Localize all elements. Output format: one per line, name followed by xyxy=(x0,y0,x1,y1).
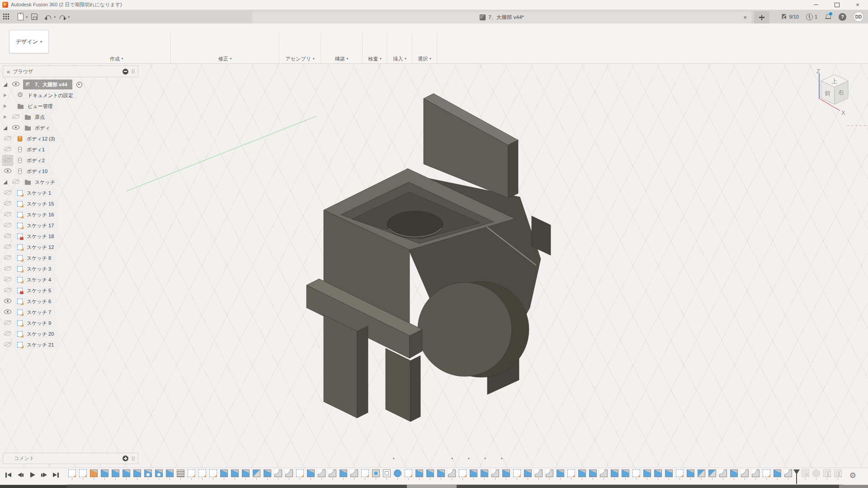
timeline-suppressed-feature[interactable] xyxy=(832,469,843,480)
timeline-feature[interactable] xyxy=(186,469,197,480)
ribbon-group-label[interactable]: 検査▾ xyxy=(368,55,382,63)
timeline-feature[interactable] xyxy=(392,469,403,480)
ribbon-tab[interactable] xyxy=(129,24,130,27)
timeline-settings-gear-icon[interactable]: ⚙ xyxy=(849,472,856,479)
timeline-playhead[interactable] xyxy=(793,469,800,484)
timeline-feature[interactable] xyxy=(587,469,598,480)
job-status[interactable]: 9/10 xyxy=(781,14,798,20)
panel-grip[interactable] xyxy=(132,456,134,461)
timeline-feature[interactable] xyxy=(783,469,793,480)
timeline-feature[interactable] xyxy=(566,469,576,480)
browser-item[interactable]: ビュー管理 xyxy=(3,101,138,112)
browser-item[interactable]: 原点 xyxy=(3,112,138,122)
timeline-feature[interactable] xyxy=(533,469,544,480)
visibility-toggle[interactable] xyxy=(12,114,19,119)
minimize-button[interactable] xyxy=(806,0,826,10)
timeline-feature[interactable] xyxy=(522,469,533,480)
timeline-feature[interactable] xyxy=(142,469,153,480)
timeline-feature[interactable] xyxy=(414,469,425,480)
expand-toggle[interactable] xyxy=(3,126,8,131)
help-button[interactable]: ? xyxy=(839,13,846,21)
visibility-toggle[interactable] xyxy=(4,168,11,174)
timeline-feature[interactable] xyxy=(240,469,251,480)
browser-item[interactable]: スケッチ xyxy=(3,177,138,188)
ribbon-group-label[interactable]: 挿入▾ xyxy=(393,55,406,63)
timeline-feature[interactable] xyxy=(739,469,750,480)
maximize-button[interactable] xyxy=(826,0,847,10)
timeline-feature[interactable] xyxy=(674,469,685,480)
timeline-feature[interactable] xyxy=(132,469,142,480)
visibility-toggle[interactable] xyxy=(4,277,11,282)
timeline-feature[interactable] xyxy=(218,469,229,480)
play-button[interactable] xyxy=(29,472,36,479)
notification-center[interactable]: 1 xyxy=(806,14,817,20)
timeline-feature[interactable] xyxy=(435,469,446,480)
timeline-feature[interactable] xyxy=(500,469,511,480)
timeline-feature[interactable] xyxy=(761,469,772,480)
ribbon-tab[interactable] xyxy=(114,24,115,27)
activate-component-radio[interactable] xyxy=(76,82,82,88)
visibility-toggle[interactable] xyxy=(4,211,11,217)
timeline-feature[interactable] xyxy=(229,469,240,480)
visibility-toggle[interactable] xyxy=(4,266,11,271)
browser-item[interactable]: スケッチ 17 xyxy=(3,220,138,231)
timeline-feature[interactable] xyxy=(457,469,468,480)
timeline-feature[interactable] xyxy=(273,469,283,480)
timeline-feature[interactable] xyxy=(164,469,175,480)
timeline-feature[interactable] xyxy=(555,469,566,480)
view-cube[interactable]: 上 前 右 Z X xyxy=(813,69,858,123)
browser-item[interactable]: スケッチ 4 xyxy=(3,274,138,285)
timeline-feature[interactable] xyxy=(576,469,587,480)
go-to-start-button[interactable] xyxy=(5,472,12,479)
browser-item[interactable]: スケッチ 8 xyxy=(3,253,138,263)
timeline-feature[interactable] xyxy=(251,469,262,480)
expand-toggle[interactable] xyxy=(3,115,8,120)
visibility-toggle[interactable] xyxy=(4,190,11,195)
browser-item[interactable]: スケッチ 18 xyxy=(3,231,138,242)
visibility-toggle[interactable] xyxy=(4,233,11,239)
data-panel-icon[interactable] xyxy=(3,13,10,20)
timeline-feature[interactable] xyxy=(175,469,186,480)
add-comment-icon[interactable] xyxy=(123,455,128,461)
browser-item[interactable]: スケッチ 21 xyxy=(3,339,138,350)
timeline-feature[interactable] xyxy=(717,469,728,480)
ribbon-group-label[interactable]: 選択▾ xyxy=(418,55,431,63)
browser-item[interactable]: ボディ xyxy=(3,122,138,133)
viewport-canvas[interactable]: 上 前 右 Z X « ブラウザ 7、大腿部 v44 xyxy=(0,64,868,468)
browser-item[interactable]: ドキュメントの設定 xyxy=(3,90,138,101)
timeline-feature[interactable] xyxy=(370,469,381,480)
timeline-feature[interactable] xyxy=(631,469,642,480)
timeline-feature[interactable] xyxy=(305,469,316,480)
collapse-panel-icon[interactable]: « xyxy=(7,68,9,75)
tab-close-icon[interactable]: × xyxy=(743,14,747,21)
ribbon-tab[interactable] xyxy=(99,24,99,27)
browser-item[interactable]: 7、大腿部 v44 xyxy=(3,79,138,90)
visibility-toggle[interactable] xyxy=(4,222,11,228)
step-forward-button[interactable] xyxy=(41,472,47,479)
timeline-feature[interactable] xyxy=(110,469,121,480)
visibility-toggle[interactable] xyxy=(4,146,11,152)
timeline-feature[interactable] xyxy=(283,469,294,480)
browser-item[interactable]: ボディ12 (3) xyxy=(3,133,138,144)
ribbon-tab[interactable] xyxy=(83,24,84,27)
timeline-suppressed-feature[interactable] xyxy=(811,469,821,480)
timeline-feature[interactable] xyxy=(750,469,761,480)
timeline-feature[interactable] xyxy=(598,469,609,480)
visibility-toggle[interactable] xyxy=(4,298,11,304)
timeline-feature[interactable] xyxy=(338,469,349,480)
visibility-toggle[interactable] xyxy=(4,342,11,347)
browser-item[interactable]: スケッチ 16 xyxy=(3,209,138,220)
expand-toggle[interactable] xyxy=(3,180,8,185)
timeline-feature[interactable] xyxy=(652,469,663,480)
timeline-feature[interactable] xyxy=(446,469,457,480)
timeline-feature[interactable] xyxy=(620,469,631,480)
timeline-suppressed-feature[interactable] xyxy=(821,469,832,480)
workspace-selector[interactable]: デザイン▾ xyxy=(9,30,49,53)
browser-item[interactable]: ボディ2 xyxy=(3,155,138,166)
browser-item[interactable]: スケッチ 7 xyxy=(3,307,138,318)
timeline-feature[interactable] xyxy=(121,469,132,480)
viewcube-front-label[interactable]: 前 xyxy=(825,90,830,97)
browser-item[interactable]: スケッチ 5 xyxy=(3,285,138,296)
timeline-feature[interactable] xyxy=(208,469,218,480)
visibility-toggle[interactable] xyxy=(4,287,11,293)
